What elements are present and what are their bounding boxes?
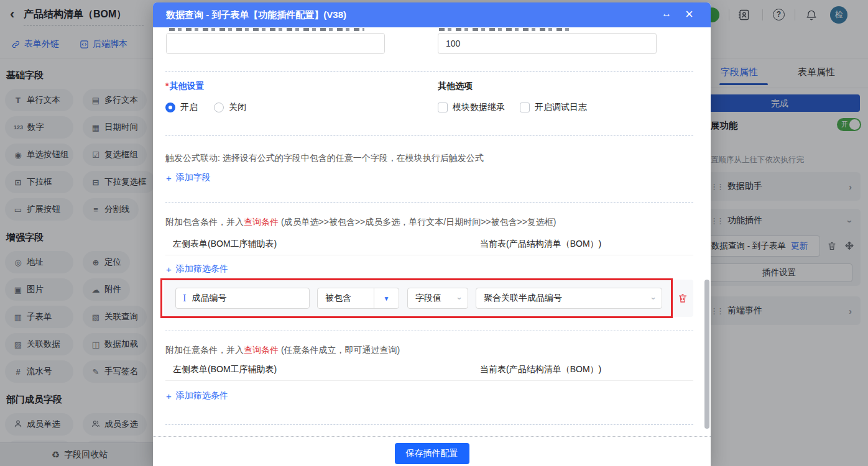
checkbox-icon[interactable] (520, 103, 530, 112)
plus-icon: + (166, 391, 172, 401)
dashed-divider (165, 331, 693, 331)
current-form-header: 当前表(产品结构清单（BOM）) (480, 364, 601, 375)
resize-icon[interactable]: ↔ (662, 8, 672, 19)
dashed-divider (165, 202, 693, 203)
app-screen: ‹ 产品结构清单（BOM） ? 检 表单外链 后端脚本 预览 保存 基础字 (0, 0, 868, 466)
text-field-type-icon: I (183, 293, 187, 303)
plus-icon: + (166, 264, 172, 275)
add-filter-condition-link[interactable]: + 添加筛选条件 (166, 263, 228, 275)
other-options-checkboxes: 模块数据继承 开启调试日志 (438, 102, 587, 113)
condition-value-type-select[interactable]: 字段值 › (407, 288, 468, 309)
delete-condition-trash-icon[interactable] (677, 293, 688, 304)
condition-value-select[interactable]: 聚合关联半成品编号 › (476, 288, 662, 309)
formula-trigger-hint: 触发公式联动: 选择设有公式的字段中包含的任意一个字段，在模块执行后触发公式 (165, 153, 484, 164)
divider (165, 380, 693, 381)
chevron-down-icon: › (649, 297, 658, 299)
radio-off[interactable]: 关闭 (214, 102, 246, 113)
dashed-divider (165, 135, 693, 136)
divider (165, 255, 693, 255)
clipped-label (169, 28, 364, 31)
chevron-down-icon: › (455, 297, 464, 299)
modal-footer: 保存插件配置 (153, 436, 711, 466)
save-plugin-config-button[interactable]: 保存插件配置 (395, 443, 469, 464)
query-condition-link[interactable]: 查询条件 (244, 345, 279, 355)
close-icon[interactable]: × (685, 6, 693, 22)
plugin-config-modal: 数据查询 - 到子表单【功能插件配置】(V38) ↔ × *其他设置 其他选项 … (153, 2, 711, 466)
any-condition-description: 附加任意条件，并入查询条件 (任意条件成立，即可通过查询) (165, 345, 400, 356)
checkbox-debug-log[interactable]: 开启调试日志 (520, 102, 587, 113)
left-config-input[interactable] (166, 33, 385, 54)
caret-down-icon: ▼ (384, 295, 390, 302)
radio-on[interactable]: 开启 (165, 102, 198, 113)
include-condition-description: 附加包含条件，并入查询条件 (成员单选>>被包含>>成员多选，单行文本/日期时间… (165, 217, 556, 228)
modal-header[interactable]: 数据查询 - 到子表单【功能插件配置】(V38) ↔ × (153, 2, 711, 27)
checkbox-module-inherit[interactable]: 模块数据继承 (438, 102, 505, 113)
dashed-divider (165, 424, 693, 425)
current-form-header: 当前表(产品结构清单（BOM）) (480, 239, 601, 250)
condition-field-select[interactable]: I 成品编号 (175, 288, 310, 309)
other-options-label: 其他选项 (438, 81, 473, 92)
other-settings-radio-group: 开启 关闭 (165, 102, 246, 113)
required-asterisk: * (165, 81, 169, 91)
plus-icon: + (166, 173, 172, 183)
operator-caret-segment[interactable]: ▼ (374, 288, 399, 308)
radio-unselected-icon[interactable] (214, 103, 224, 112)
checkbox-icon[interactable] (438, 103, 448, 112)
dashed-divider (165, 71, 693, 72)
condition-operator-select[interactable]: 被包含 ▼ (317, 288, 399, 309)
limit-count-input[interactable] (438, 33, 657, 54)
radio-selected-icon[interactable] (165, 103, 175, 112)
left-form-header: 左侧表单(BOM工序辅助表) (173, 364, 277, 375)
clipped-label (439, 28, 570, 31)
modal-scrollbar[interactable] (704, 280, 709, 429)
modal-title: 数据查询 - 到子表单【功能插件配置】(V38) (166, 9, 346, 21)
left-form-header: 左侧表单(BOM工序辅助表) (173, 239, 277, 250)
other-settings-label: *其他设置 (165, 81, 204, 92)
add-filter-condition-link[interactable]: + 添加筛选条件 (166, 390, 228, 401)
query-condition-link[interactable]: 查询条件 (244, 217, 279, 227)
add-field-link[interactable]: + 添加字段 (166, 172, 211, 183)
